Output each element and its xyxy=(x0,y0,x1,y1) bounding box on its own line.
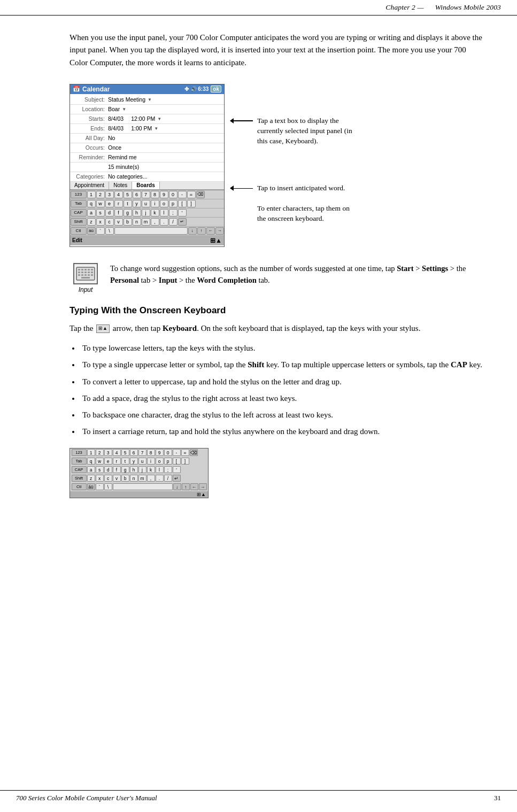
cal-tab-appointment[interactable]: Appointment xyxy=(70,182,109,189)
kb2-key-backslash[interactable]: \ xyxy=(104,483,112,490)
kb2-key-lbracket[interactable]: [ xyxy=(173,458,181,465)
kb2-key-shift[interactable]: Shift xyxy=(72,475,87,482)
kb2-key-i[interactable]: i xyxy=(147,458,155,465)
kb2-key-accents[interactable]: áü xyxy=(87,483,95,490)
kb-key-right[interactable]: → xyxy=(215,227,224,235)
kb-key-2[interactable]: 2 xyxy=(96,191,105,198)
kb-key-q[interactable]: q xyxy=(87,200,96,207)
kb-key-f[interactable]: f xyxy=(114,209,123,216)
kb2-key-2[interactable]: 2 xyxy=(96,449,104,456)
kb-key-u[interactable]: u xyxy=(142,200,150,207)
kb2-key-equals[interactable]: = xyxy=(181,449,189,456)
kb2-key-1[interactable]: 1 xyxy=(87,449,95,456)
kb2-key-backspace[interactable]: ⌫ xyxy=(190,449,198,456)
kb-key-accents[interactable]: áü xyxy=(87,227,96,235)
kb2-key-f[interactable]: f xyxy=(113,466,121,473)
kb-key-1[interactable]: 1 xyxy=(87,191,96,198)
kb2-key-x[interactable]: x xyxy=(96,475,104,482)
kb-key-ctrl[interactable]: Ctl xyxy=(71,227,87,235)
kb-key-y[interactable]: y xyxy=(133,200,141,207)
kb-key-c[interactable]: c xyxy=(105,218,114,226)
cal-starts-arrow[interactable]: ▼ xyxy=(157,117,161,121)
kb2-key-rbracket[interactable]: ] xyxy=(181,458,189,465)
kb-key-rbracket[interactable]: ] xyxy=(187,200,196,207)
kb-key-g[interactable]: g xyxy=(124,209,132,216)
kb2-key-h[interactable]: h xyxy=(130,466,138,473)
kb2-key-5[interactable]: 5 xyxy=(121,449,129,456)
kb2-key-ctrl[interactable]: Ctl xyxy=(72,483,87,490)
kb-key-minus[interactable]: - xyxy=(178,191,187,198)
kb-key-up[interactable]: ↑ xyxy=(197,227,206,235)
kb2-key-k[interactable]: k xyxy=(147,466,155,473)
kb2-key-e[interactable]: e xyxy=(104,458,112,465)
kb2-key-g[interactable]: g xyxy=(121,466,129,473)
kb-key-semicolon[interactable]: ; xyxy=(169,209,178,216)
kb-key-9[interactable]: 9 xyxy=(160,191,168,198)
kb2-key-semicolon[interactable]: ; xyxy=(164,466,172,473)
kb2-key-space2[interactable] xyxy=(113,483,173,490)
kb-key-a[interactable]: a xyxy=(87,209,96,216)
kb-key-cap[interactable]: CAP xyxy=(71,209,87,216)
kb-key-backspace[interactable]: ⌫ xyxy=(196,191,205,198)
kb2-key-w[interactable]: w xyxy=(96,458,104,465)
kb2-key-9[interactable]: 9 xyxy=(156,449,164,456)
kb2-key-t[interactable]: t xyxy=(121,458,129,465)
kb2-key-quote[interactable]: ' xyxy=(173,466,181,473)
kb2-key-backtick[interactable]: ` xyxy=(96,483,104,490)
kb-key-8[interactable]: 8 xyxy=(151,191,159,198)
kb-key-comma[interactable]: , xyxy=(151,218,159,226)
kb-key-o[interactable]: o xyxy=(160,200,168,207)
kb2-key-m[interactable]: m xyxy=(138,475,146,482)
kb-key-backtick[interactable]: ` xyxy=(96,227,105,235)
kb2-key-d[interactable]: d xyxy=(104,466,112,473)
cal-ends-arrow[interactable]: ▼ xyxy=(154,126,158,131)
kb-key-enter[interactable]: ↵ xyxy=(178,218,187,226)
kb2-key-3[interactable]: 3 xyxy=(104,449,112,456)
kb-key-period[interactable]: . xyxy=(160,218,168,226)
cal-tab-notes[interactable]: Notes xyxy=(109,182,132,189)
kb2-key-8[interactable]: 8 xyxy=(147,449,155,456)
kb-key-backslash[interactable]: \ xyxy=(105,227,114,235)
cal-tab-boards[interactable]: Boards xyxy=(132,182,159,189)
cal-location-arrow[interactable]: ▼ xyxy=(122,107,126,112)
kb2-key-l[interactable]: l xyxy=(156,466,164,473)
kb2-key-o[interactable]: o xyxy=(156,458,164,465)
kb-key-quote[interactable]: ' xyxy=(178,209,187,216)
kb2-key-comma[interactable]: , xyxy=(147,475,155,482)
kb2-key-s[interactable]: s xyxy=(96,466,104,473)
kb2-key-left[interactable]: ← xyxy=(190,483,198,490)
kb2-key-7[interactable]: 7 xyxy=(138,449,146,456)
kb-key-3[interactable]: 3 xyxy=(105,191,114,198)
kb2-key-c[interactable]: c xyxy=(104,475,112,482)
kb-key-left[interactable]: ← xyxy=(206,227,215,235)
kb-key-w[interactable]: w xyxy=(96,200,105,207)
kb2-key-j[interactable]: j xyxy=(138,466,146,473)
kb2-key-a[interactable]: a xyxy=(87,466,95,473)
kb2-key-minus[interactable]: - xyxy=(173,449,181,456)
kb-key-7[interactable]: 7 xyxy=(142,191,150,198)
kb2-key-y[interactable]: y xyxy=(130,458,138,465)
kb2-key-down[interactable]: ↓ xyxy=(173,483,181,490)
kb-key-down[interactable]: ↓ xyxy=(188,227,197,235)
kb2-key-z[interactable]: z xyxy=(87,475,95,482)
kb2-key-tab[interactable]: Tab xyxy=(72,458,87,465)
kb-key-z[interactable]: z xyxy=(87,218,96,226)
kb2-key-r[interactable]: r xyxy=(113,458,121,465)
kb2-key-enter[interactable]: ↵ xyxy=(173,475,181,482)
kb2-key-slash[interactable]: / xyxy=(164,475,172,482)
kb-key-n[interactable]: n xyxy=(133,218,141,226)
kb-key-5[interactable]: 5 xyxy=(124,191,132,198)
kb2-key-4[interactable]: 4 xyxy=(113,449,121,456)
cal-dropdown-arrow[interactable]: ▼ xyxy=(148,97,152,102)
kb2-key-p[interactable]: p xyxy=(164,458,172,465)
kb2-key-6[interactable]: 6 xyxy=(130,449,138,456)
kb2-key-b[interactable]: b xyxy=(121,475,129,482)
kb-key-k[interactable]: k xyxy=(151,209,159,216)
kb2-key-period[interactable]: . xyxy=(156,475,164,482)
kb-key-equals[interactable]: = xyxy=(187,191,196,198)
kb2-key-0[interactable]: 0 xyxy=(164,449,172,456)
kb-key-d[interactable]: d xyxy=(105,209,114,216)
kb-key-p[interactable]: p xyxy=(169,200,178,207)
kb-key-lbracket[interactable]: [ xyxy=(178,200,187,207)
kb-key-tab[interactable]: Tab xyxy=(71,200,87,207)
